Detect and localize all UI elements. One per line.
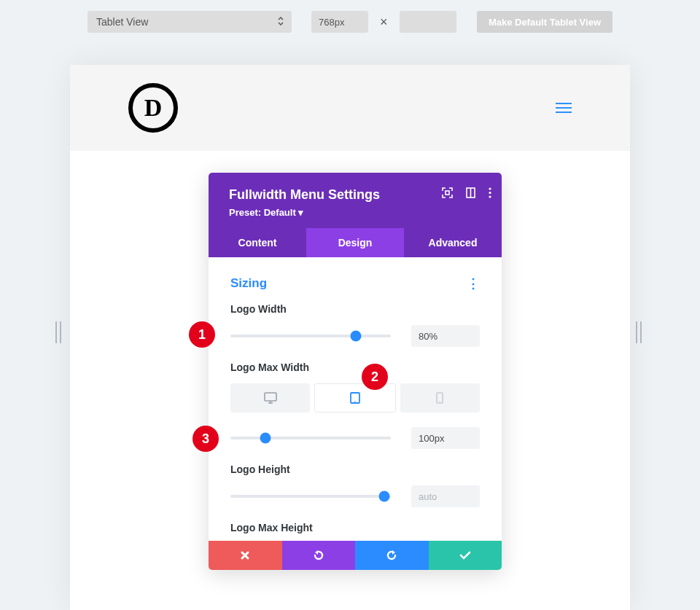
logo-max-width-input[interactable]: 100px (411, 427, 480, 449)
undo-button[interactable] (282, 541, 356, 570)
annotation-badge-1: 1 (189, 321, 215, 348)
logo-height-input[interactable]: auto (411, 485, 480, 507)
logo-width-input[interactable]: 80% (411, 325, 480, 347)
settings-modal: Fullwidth Menu Settings Preset: Default … (209, 173, 502, 570)
annotation-badge-3: 3 (192, 426, 219, 452)
preview-toolbar: Tablet View 768px × Make Default Tablet … (0, 0, 700, 44)
setting-logo-max-height: Logo Max Height (230, 522, 480, 533)
hamburger-menu-icon[interactable] (556, 103, 572, 113)
focus-icon[interactable] (442, 187, 453, 198)
device-tab-phone[interactable] (400, 383, 480, 412)
setting-label: Logo Height (230, 464, 480, 475)
svg-rect-0 (446, 191, 449, 195)
svg-point-10 (354, 401, 356, 402)
svg-point-4 (489, 192, 491, 194)
select-caret-icon (277, 16, 284, 28)
preview-width-input[interactable]: 768px (311, 11, 368, 33)
site-header: D (70, 65, 630, 151)
logo-max-width-slider[interactable] (230, 427, 391, 449)
tab-design[interactable]: Design (306, 228, 404, 257)
modal-body: Sizing ⋮ Logo Width 80% Logo Max Width (209, 257, 502, 541)
view-select[interactable]: Tablet View (88, 11, 292, 33)
setting-logo-max-width-value: 100px (230, 427, 480, 449)
svg-rect-6 (265, 393, 276, 401)
cancel-button[interactable] (209, 541, 282, 570)
preset-selector[interactable]: Preset: Default ▾ (229, 207, 481, 218)
more-icon[interactable] (489, 187, 491, 198)
annotation-badge-2: 2 (362, 364, 388, 390)
resize-handle-right[interactable] (636, 321, 643, 343)
setting-logo-height: Logo Height auto (230, 464, 480, 507)
setting-label: Logo Max Height (230, 522, 480, 533)
device-tab-tablet[interactable] (314, 383, 395, 412)
snap-icon[interactable] (466, 187, 475, 198)
save-button[interactable] (429, 541, 502, 570)
logo-width-slider[interactable] (230, 325, 391, 347)
device-tab-desktop[interactable] (230, 383, 310, 412)
svg-point-5 (489, 195, 491, 198)
view-select-label: Tablet View (96, 16, 148, 28)
setting-logo-width: Logo Width 80% (230, 303, 480, 347)
divi-logo-icon: D (128, 83, 178, 133)
tab-content[interactable]: Content (209, 228, 306, 257)
tab-advanced[interactable]: Advanced (404, 228, 502, 257)
preview-height-input[interactable] (400, 11, 456, 33)
logo-height-slider[interactable] (230, 485, 391, 507)
modal-header: Fullwidth Menu Settings Preset: Default … (209, 173, 502, 228)
svg-point-3 (489, 187, 491, 189)
section-options-icon[interactable]: ⋮ (467, 275, 480, 292)
responsive-device-tabs (230, 383, 480, 412)
resize-handle-left[interactable] (55, 321, 63, 343)
modal-footer (209, 541, 502, 570)
setting-label: Logo Width (230, 303, 480, 315)
setting-logo-max-width: Logo Max Width (230, 361, 480, 412)
redo-button[interactable] (355, 541, 429, 570)
setting-label: Logo Max Width (230, 361, 480, 373)
preview-width-value: 768px (319, 17, 344, 28)
dimensions-separator: × (377, 15, 391, 30)
make-default-button[interactable]: Make Default Tablet View (477, 11, 612, 33)
make-default-label: Make Default Tablet View (489, 17, 601, 28)
svg-point-12 (440, 401, 440, 402)
section-title[interactable]: Sizing (230, 276, 267, 291)
modal-tabs: Content Design Advanced (209, 228, 502, 257)
